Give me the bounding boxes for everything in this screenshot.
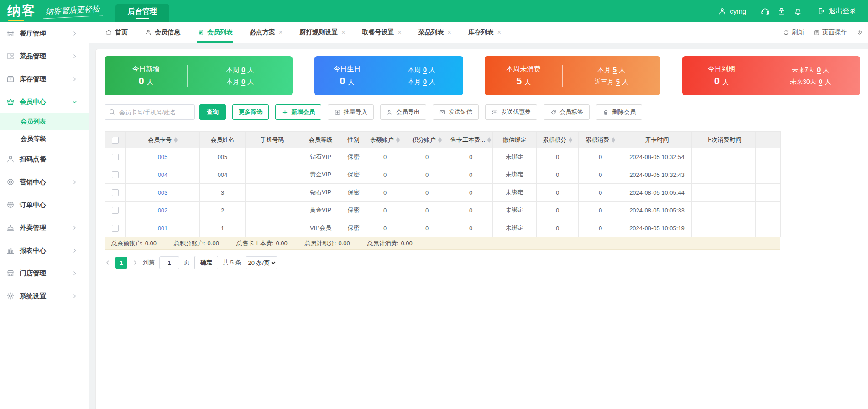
sort-icon[interactable] <box>174 137 178 143</box>
sidebar-subitem-1[interactable]: 会员等级 <box>0 130 89 148</box>
tab-4[interactable]: 厨打规则设置× <box>299 22 345 43</box>
sort-icon[interactable] <box>396 137 400 143</box>
chevron-down-icon <box>72 99 78 105</box>
sidebar-item-1[interactable]: 菜品管理 <box>0 45 89 67</box>
sort-icon[interactable] <box>612 137 615 143</box>
row-checkbox[interactable] <box>112 225 119 232</box>
summary-item: 总积分账户:0.00 <box>174 239 219 248</box>
prev-page-icon[interactable] <box>105 259 111 266</box>
member-card-link[interactable]: 002 <box>158 207 168 214</box>
bell-icon[interactable] <box>793 6 803 16</box>
confirm-page-button[interactable]: 确定 <box>194 256 218 269</box>
send-coupon-button[interactable]: 发送优惠券 <box>485 104 537 120</box>
more-filters-button[interactable]: 更多筛选 <box>232 104 269 120</box>
send-sms-button[interactable]: 发送短信 <box>433 104 479 120</box>
sidebar-item-6[interactable]: 订单中心 <box>0 193 89 216</box>
chevron-right-icon <box>72 270 78 276</box>
refresh-button[interactable]: 刷新 <box>783 28 804 36</box>
column-header: 上次消费时间 <box>692 132 756 148</box>
double-arrow-icon[interactable] <box>856 29 863 36</box>
close-icon[interactable]: × <box>397 29 401 36</box>
logout-button[interactable]: 退出登录 <box>817 7 856 16</box>
user-menu[interactable]: cymg <box>718 7 746 16</box>
close-icon[interactable]: × <box>279 29 282 36</box>
cell-empty <box>756 184 781 202</box>
sidebar-item-5[interactable]: 营销中心 <box>0 171 89 193</box>
summary-bar: 总余额账户:0.00总积分账户:0.00总售卡工本费:0.00总累计积分:0.0… <box>105 237 780 250</box>
sidebar-item-8[interactable]: 报表中心 <box>0 239 89 262</box>
close-icon[interactable]: × <box>341 29 345 36</box>
select-all-checkbox[interactable] <box>112 137 119 144</box>
table-row: 0011VIP会员保密000未绑定002024-08-05 10:05:19 <box>105 219 781 237</box>
delete-member-button[interactable]: 删除会员 <box>596 104 642 120</box>
row-checkbox[interactable] <box>112 171 119 178</box>
member-card-link[interactable]: 001 <box>158 225 168 232</box>
sidebar-item-4[interactable]: 扫码点餐 <box>0 148 89 171</box>
sidebar-item-3[interactable]: 会员中心 <box>0 90 89 113</box>
sidebar-item-2[interactable]: 库存管理 <box>0 67 89 90</box>
tab-home-icon <box>105 29 112 36</box>
sort-icon[interactable] <box>487 137 491 143</box>
batch-import-button[interactable]: 批量导入 <box>328 104 374 120</box>
table-body: 005005钻石VIP保密000未绑定002024-08-05 10:32:54… <box>105 148 781 237</box>
page-size-select[interactable]: 20 条/页 <box>246 256 277 269</box>
column-label: 微信绑定 <box>503 136 527 144</box>
tab-7[interactable]: 库存列表× <box>468 22 501 43</box>
row-checkbox[interactable] <box>112 189 119 196</box>
row-checkbox[interactable] <box>112 207 119 214</box>
member-card-link[interactable]: 003 <box>158 189 168 196</box>
member-card-link[interactable]: 005 <box>158 154 168 160</box>
tab-5[interactable]: 取餐号设置× <box>362 22 401 43</box>
tab-0[interactable]: 首页 <box>105 22 128 43</box>
add-member-button[interactable]: 新增会员 <box>275 104 321 120</box>
close-icon[interactable]: × <box>448 29 451 36</box>
search-input[interactable] <box>105 104 195 120</box>
sidebar-item-9[interactable]: 门店管理 <box>0 262 89 285</box>
sub-stat-label: 近三月 <box>595 78 614 86</box>
restaurant-icon <box>6 29 15 38</box>
member-export-button[interactable]: 会员导出 <box>380 104 426 120</box>
total-count: 共 5 条 <box>223 259 241 267</box>
tab-1[interactable]: 会员信息 <box>145 22 180 43</box>
cell-gender: 保密 <box>348 153 360 160</box>
row-checkbox[interactable] <box>112 154 119 160</box>
headset-icon[interactable] <box>760 6 770 16</box>
lock-icon[interactable] <box>777 6 786 16</box>
member-tag-button[interactable]: 会员标签 <box>544 104 590 120</box>
next-page-icon[interactable] <box>132 259 138 266</box>
sort-icon[interactable] <box>569 137 572 143</box>
tab-3[interactable]: 必点方案× <box>250 22 282 43</box>
search-button[interactable]: 查询 <box>199 104 226 120</box>
search-box <box>105 104 195 120</box>
sidebar-item-0[interactable]: 餐厅管理 <box>0 22 89 45</box>
cell-empty <box>756 202 781 219</box>
sidebar-item-label: 报表中心 <box>20 246 46 255</box>
app-logo: 纳客 <box>7 2 37 20</box>
sort-icon[interactable] <box>438 137 442 143</box>
sidebar-item-10[interactable]: 系统设置 <box>0 285 89 307</box>
card-unit: 人 <box>147 78 153 86</box>
current-page-button[interactable]: 1 <box>115 257 127 269</box>
refresh-icon <box>783 29 790 36</box>
tab-2[interactable]: 会员列表 <box>197 22 233 43</box>
chart-icon <box>6 246 15 255</box>
member-card-link[interactable]: 004 <box>158 171 168 178</box>
cell-level: VIP会员 <box>310 224 331 231</box>
stat-card-green: 今日新增0人本周0人本月0人 <box>105 56 293 95</box>
page-ops-button[interactable]: 页面操作 <box>813 28 847 36</box>
summary-value: 0.00 <box>401 240 412 247</box>
close-icon[interactable]: × <box>497 29 501 36</box>
card-title: 今日到期 <box>708 65 735 73</box>
sidebar-subitem-0[interactable]: 会员列表 <box>0 113 89 130</box>
column-header: 开卡时间 <box>622 132 692 148</box>
sub-stat-label: 未来7天 <box>792 66 815 74</box>
tab-6[interactable]: 菜品列表× <box>418 22 451 43</box>
goto-page-input[interactable] <box>159 256 179 269</box>
sidebar-item-7[interactable]: 外卖管理 <box>0 216 89 239</box>
import-icon <box>334 109 341 116</box>
cell-total_consume: 0 <box>599 207 602 214</box>
card-unit: 人 <box>524 78 531 86</box>
chevron-right-icon <box>72 76 78 82</box>
admin-nav-tab[interactable]: 后台管理 <box>115 4 169 22</box>
sidebar-item-label: 餐厅管理 <box>20 29 46 38</box>
